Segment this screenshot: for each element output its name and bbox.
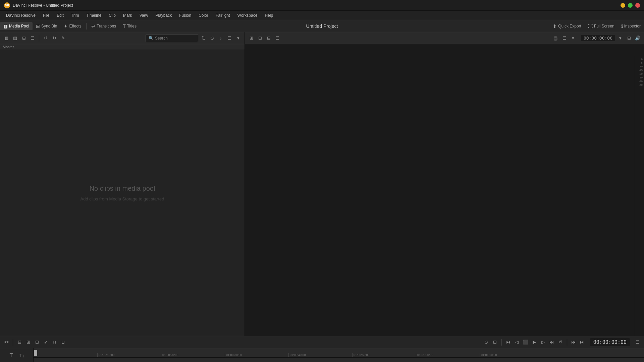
meter-neg30: -30: [636, 76, 643, 79]
timeline-toolbar: ✂ ⊟ ⊞ ⊡ ⤢ ⊓ ⊔ ⊙ ⊡ ⏮ ◁ ⬛ ▶ ▷ ⏭ ↺ ⏮ ⏭ 00:0…: [0, 336, 644, 348]
maximize-button[interactable]: [628, 3, 633, 8]
titles-button[interactable]: T Titles: [119, 22, 140, 30]
ruler-mark-7: 01:01:10:00: [480, 353, 497, 357]
video-track-btn[interactable]: ⊔: [59, 339, 67, 346]
fit-timeline-btn[interactable]: ⊡: [33, 339, 41, 346]
grid-view-btn[interactable]: ⊞: [20, 35, 28, 42]
close-button[interactable]: [635, 3, 640, 8]
menu-timeline[interactable]: Timeline: [83, 12, 105, 19]
zoom-timeline-btn[interactable]: ⊟: [16, 339, 23, 346]
more-btn[interactable]: ▾: [234, 35, 242, 42]
prev-marker-btn[interactable]: ⏮: [570, 339, 577, 346]
inspector-icon: ℹ: [621, 23, 623, 29]
view-mode-icon[interactable]: ▦: [3, 35, 10, 42]
right-toolbar: ⬆ Quick Export ⛶ Full Screen ℹ Inspector: [549, 22, 644, 30]
viewer-list-btn[interactable]: ☰: [274, 35, 281, 42]
detail-view-btn[interactable]: ☰: [29, 35, 36, 42]
marker-btn[interactable]: ⊙: [483, 339, 490, 346]
sort-btn[interactable]: ⇅: [200, 35, 207, 42]
timeline-ruler-top: 01:00:10:00 01:00:20:00 01:00:30:00 01:0…: [34, 348, 644, 358]
panel-toolbar: ▦ ▤ ⊞ ☰ ↺ ↻ ✎ 🔍 ⇅ ⊙ ♪ ☰ ▾: [0, 32, 245, 44]
next-frame-btn[interactable]: ▷: [539, 339, 547, 346]
play-btn[interactable]: ▶: [531, 339, 538, 346]
ruler-mark-2: 01:00:20:00: [161, 353, 178, 357]
nav-back-btn[interactable]: ↺: [42, 35, 49, 42]
zoom-in-btn[interactable]: ⊞: [24, 339, 32, 346]
filter-btn[interactable]: ⊙: [208, 35, 216, 42]
timeline-timecode: 00:00:00:00: [590, 338, 630, 346]
viewer-options-btn[interactable]: ▾: [570, 35, 577, 42]
nav-forward-btn[interactable]: ↻: [51, 35, 58, 42]
menu-davinci-resolve[interactable]: DaVinci Resolve: [3, 12, 39, 19]
transitions-button[interactable]: ⇌ Transitions: [88, 22, 119, 30]
full-screen-button[interactable]: ⛶ Full Screen: [585, 22, 618, 30]
no-clips-text: No clips in media pool: [90, 185, 155, 192]
menu-color[interactable]: Color: [195, 12, 212, 19]
audio-btn[interactable]: ♪: [217, 35, 224, 42]
window-controls: [621, 3, 640, 8]
menu-file[interactable]: File: [40, 12, 53, 19]
media-pool-empty: No clips in media pool Add clips from Me…: [0, 50, 245, 336]
menu-view[interactable]: View: [136, 12, 152, 19]
menu-trim[interactable]: Trim: [68, 12, 83, 19]
minimize-button[interactable]: [621, 3, 625, 8]
audio-meter: 0 -5 -10 -15 -20 -30 -40 -50: [635, 56, 644, 336]
timeline-menu-btn[interactable]: ☰: [634, 339, 641, 346]
media-pool-icon: ▦: [3, 23, 8, 29]
meta-btn[interactable]: ☰: [226, 35, 233, 42]
quick-export-label: Quick Export: [558, 24, 581, 28]
secondary-toolbar: ▦ Media Pool ⊞ Sync Bin ✦ Effects ⇌ Tran…: [0, 20, 644, 32]
expand-timeline-btn[interactable]: ⤢: [42, 339, 49, 346]
menu-help[interactable]: Help: [261, 12, 276, 19]
effects-icon: ✦: [64, 23, 68, 29]
menu-mark[interactable]: Mark: [120, 12, 136, 19]
stop-btn[interactable]: ⬛: [522, 339, 529, 346]
app-icon: DR: [4, 2, 10, 8]
go-to-start-btn[interactable]: ⏮: [504, 339, 512, 346]
media-pool-button[interactable]: ▦ Media Pool: [0, 22, 33, 30]
flag-btn[interactable]: ⊡: [491, 339, 499, 346]
transitions-icon: ⇌: [91, 23, 95, 29]
timeline-main: 01:00:10:00 01:00:20:00 01:00:30:00 01:0…: [34, 348, 644, 362]
menu-fusion[interactable]: Fusion: [176, 12, 195, 19]
master-label: Master: [0, 44, 245, 50]
viewer-grid-btn[interactable]: ⊡: [256, 35, 264, 42]
edit-clips-btn[interactable]: ✎: [59, 35, 67, 42]
meter-neg5: -5: [636, 61, 643, 64]
loop-btn[interactable]: ↺: [557, 339, 564, 346]
menu-fairlight[interactable]: Fairlight: [212, 12, 233, 19]
meter-neg15: -15: [636, 69, 643, 72]
quick-export-button[interactable]: ⬆ Quick Export: [549, 22, 585, 30]
separator: [501, 339, 502, 346]
menu-playback[interactable]: Playback: [152, 12, 175, 19]
inspector-label: Inspector: [624, 24, 641, 28]
text-tool-btn[interactable]: T: [7, 351, 16, 360]
effects-button[interactable]: ✦ Effects: [60, 22, 85, 30]
audio-meter-toggle[interactable]: ▒: [552, 35, 559, 42]
viewer-zoom-btn[interactable]: ⊞: [625, 35, 633, 42]
next-marker-btn[interactable]: ⏭: [579, 339, 586, 346]
subtitle-tool-btn[interactable]: T↓: [17, 351, 27, 360]
viewer-fit-btn[interactable]: ⊟: [265, 35, 272, 42]
go-to-end-btn[interactable]: ⏭: [548, 339, 555, 346]
prev-frame-btn[interactable]: ◁: [513, 339, 521, 346]
menu-workspace[interactable]: Workspace: [234, 12, 261, 19]
clip-meta-btn[interactable]: ☰: [561, 35, 568, 42]
playhead-handle[interactable]: [34, 350, 37, 356]
left-panel: ▦ ▤ ⊞ ☰ ↺ ↻ ✎ 🔍 ⇅ ⊙ ♪ ☰ ▾ Master No clip…: [0, 32, 245, 336]
meter-neg40: -40: [636, 80, 643, 83]
menu-edit[interactable]: Edit: [53, 12, 67, 19]
search-box[interactable]: 🔍: [146, 34, 198, 42]
ruler-mark-1: 01:00:10:00: [97, 353, 115, 357]
viewer-timecode-dropdown[interactable]: ▾: [616, 35, 624, 42]
trim-edit-icon[interactable]: ✂: [3, 339, 10, 346]
viewer-audio-btn[interactable]: 🔊: [634, 35, 641, 42]
menu-clip[interactable]: Clip: [105, 12, 119, 19]
sync-bin-button[interactable]: ⊞ Sync Bin: [33, 22, 60, 30]
list-view-btn[interactable]: ▤: [11, 35, 19, 42]
inspector-button[interactable]: ℹ Inspector: [618, 22, 644, 30]
search-input[interactable]: [155, 36, 195, 41]
viewer-mode-btn[interactable]: ⊞: [248, 35, 255, 42]
audio-track-btn[interactable]: ⊓: [51, 339, 58, 346]
search-icon: 🔍: [149, 36, 154, 41]
